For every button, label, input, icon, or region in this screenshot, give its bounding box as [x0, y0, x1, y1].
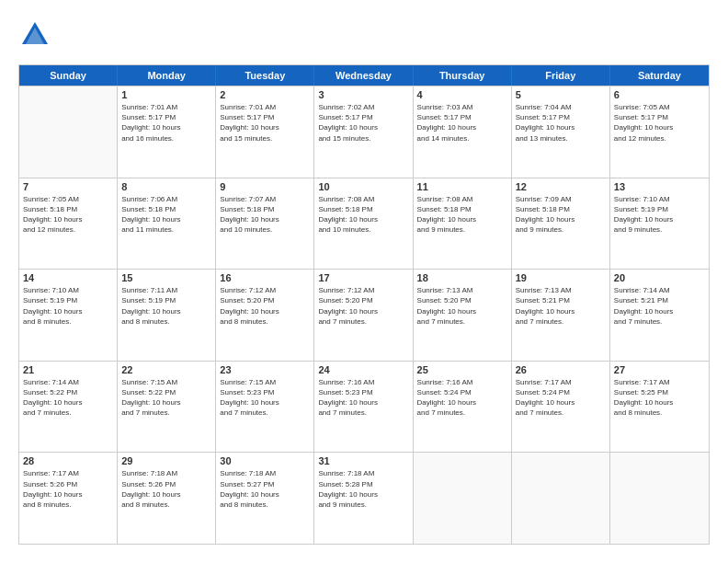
day-number: 2: [220, 89, 310, 100]
calendar-row-4: 28Sunrise: 7:17 AM Sunset: 5:26 PM Dayli…: [19, 452, 709, 544]
cell-info: Sunrise: 7:02 AM Sunset: 5:17 PM Dayligh…: [318, 102, 408, 144]
day-number: 15: [121, 272, 211, 283]
day-number: 31: [318, 455, 408, 466]
calendar-row-3: 21Sunrise: 7:14 AM Sunset: 5:22 PM Dayli…: [19, 361, 709, 453]
calendar-cell-day-7: 7Sunrise: 7:05 AM Sunset: 5:18 PM Daylig…: [19, 178, 118, 270]
calendar-header: SundayMondayTuesdayWednesdayThursdayFrid…: [19, 65, 709, 86]
day-number: 3: [318, 89, 408, 100]
day-number: 24: [318, 364, 408, 375]
page: SundayMondayTuesdayWednesdayThursdayFrid…: [0, 0, 728, 563]
calendar-cell-day-20: 20Sunrise: 7:14 AM Sunset: 5:21 PM Dayli…: [610, 270, 709, 361]
cell-info: Sunrise: 7:18 AM Sunset: 5:26 PM Dayligh…: [121, 468, 211, 510]
day-number: 29: [121, 455, 211, 466]
header-day-saturday: Saturday: [610, 65, 709, 86]
day-number: 11: [417, 181, 507, 192]
calendar-cell-day-1: 1Sunrise: 7:01 AM Sunset: 5:17 PM Daylig…: [118, 86, 216, 178]
cell-info: Sunrise: 7:06 AM Sunset: 5:18 PM Dayligh…: [121, 194, 211, 236]
cell-info: Sunrise: 7:13 AM Sunset: 5:21 PM Dayligh…: [516, 285, 606, 327]
day-number: 17: [318, 272, 408, 283]
calendar-cell-day-8: 8Sunrise: 7:06 AM Sunset: 5:18 PM Daylig…: [118, 178, 216, 270]
day-number: 23: [220, 364, 310, 375]
calendar-cell-day-14: 14Sunrise: 7:10 AM Sunset: 5:19 PM Dayli…: [19, 270, 118, 361]
day-number: 13: [614, 181, 705, 192]
day-number: 12: [516, 181, 606, 192]
calendar-cell-day-26: 26Sunrise: 7:17 AM Sunset: 5:24 PM Dayli…: [512, 362, 610, 453]
day-number: 7: [23, 181, 113, 192]
header-day-sunday: Sunday: [19, 65, 118, 86]
logo-icon: [18, 18, 51, 52]
calendar-cell-day-27: 27Sunrise: 7:17 AM Sunset: 5:25 PM Dayli…: [610, 362, 709, 453]
calendar-cell-day-3: 3Sunrise: 7:02 AM Sunset: 5:17 PM Daylig…: [314, 86, 413, 178]
calendar-cell-day-21: 21Sunrise: 7:14 AM Sunset: 5:22 PM Dayli…: [19, 362, 118, 453]
calendar-cell-day-9: 9Sunrise: 7:07 AM Sunset: 5:18 PM Daylig…: [216, 178, 314, 270]
cell-info: Sunrise: 7:04 AM Sunset: 5:17 PM Dayligh…: [516, 102, 606, 144]
calendar-cell-empty-0-0: [19, 86, 118, 178]
calendar-cell-day-22: 22Sunrise: 7:15 AM Sunset: 5:22 PM Dayli…: [118, 362, 216, 453]
cell-info: Sunrise: 7:10 AM Sunset: 5:19 PM Dayligh…: [614, 194, 705, 236]
calendar-cell-day-4: 4Sunrise: 7:03 AM Sunset: 5:17 PM Daylig…: [414, 86, 512, 178]
calendar-cell-empty-4-5: [512, 453, 610, 544]
calendar-cell-day-25: 25Sunrise: 7:16 AM Sunset: 5:24 PM Dayli…: [414, 362, 512, 453]
day-number: 10: [318, 181, 408, 192]
day-number: 25: [417, 364, 507, 375]
calendar-cell-day-2: 2Sunrise: 7:01 AM Sunset: 5:17 PM Daylig…: [216, 86, 314, 178]
calendar-cell-empty-4-4: [414, 453, 512, 544]
cell-info: Sunrise: 7:01 AM Sunset: 5:17 PM Dayligh…: [220, 102, 310, 144]
cell-info: Sunrise: 7:07 AM Sunset: 5:18 PM Dayligh…: [220, 194, 310, 236]
calendar-body: 1Sunrise: 7:01 AM Sunset: 5:17 PM Daylig…: [19, 86, 709, 544]
cell-info: Sunrise: 7:12 AM Sunset: 5:20 PM Dayligh…: [220, 285, 310, 327]
day-number: 21: [23, 364, 113, 375]
cell-info: Sunrise: 7:18 AM Sunset: 5:28 PM Dayligh…: [318, 468, 408, 510]
cell-info: Sunrise: 7:13 AM Sunset: 5:20 PM Dayligh…: [417, 285, 507, 327]
cell-info: Sunrise: 7:14 AM Sunset: 5:22 PM Dayligh…: [23, 377, 113, 419]
calendar-cell-day-31: 31Sunrise: 7:18 AM Sunset: 5:28 PM Dayli…: [314, 453, 413, 544]
cell-info: Sunrise: 7:17 AM Sunset: 5:24 PM Dayligh…: [516, 377, 606, 419]
calendar-cell-day-17: 17Sunrise: 7:12 AM Sunset: 5:20 PM Dayli…: [314, 270, 413, 361]
calendar-cell-day-24: 24Sunrise: 7:16 AM Sunset: 5:23 PM Dayli…: [314, 362, 413, 453]
header-day-friday: Friday: [512, 65, 610, 86]
day-number: 18: [417, 272, 507, 283]
cell-info: Sunrise: 7:12 AM Sunset: 5:20 PM Dayligh…: [318, 285, 408, 327]
calendar-cell-day-30: 30Sunrise: 7:18 AM Sunset: 5:27 PM Dayli…: [216, 453, 314, 544]
day-number: 19: [516, 272, 606, 283]
day-number: 22: [121, 364, 211, 375]
day-number: 26: [516, 364, 606, 375]
calendar-cell-day-23: 23Sunrise: 7:15 AM Sunset: 5:23 PM Dayli…: [216, 362, 314, 453]
cell-info: Sunrise: 7:05 AM Sunset: 5:17 PM Dayligh…: [614, 102, 705, 144]
cell-info: Sunrise: 7:08 AM Sunset: 5:18 PM Dayligh…: [417, 194, 507, 236]
calendar-cell-day-19: 19Sunrise: 7:13 AM Sunset: 5:21 PM Dayli…: [512, 270, 610, 361]
cell-info: Sunrise: 7:08 AM Sunset: 5:18 PM Dayligh…: [318, 194, 408, 236]
cell-info: Sunrise: 7:15 AM Sunset: 5:23 PM Dayligh…: [220, 377, 310, 419]
day-number: 14: [23, 272, 113, 283]
cell-info: Sunrise: 7:14 AM Sunset: 5:21 PM Dayligh…: [614, 285, 705, 327]
calendar-cell-day-5: 5Sunrise: 7:04 AM Sunset: 5:17 PM Daylig…: [512, 86, 610, 178]
calendar-cell-day-29: 29Sunrise: 7:18 AM Sunset: 5:26 PM Dayli…: [118, 453, 216, 544]
calendar-cell-day-6: 6Sunrise: 7:05 AM Sunset: 5:17 PM Daylig…: [610, 86, 709, 178]
day-number: 9: [220, 181, 310, 192]
calendar-cell-day-12: 12Sunrise: 7:09 AM Sunset: 5:18 PM Dayli…: [512, 178, 610, 270]
cell-info: Sunrise: 7:09 AM Sunset: 5:18 PM Dayligh…: [516, 194, 606, 236]
calendar-cell-day-15: 15Sunrise: 7:11 AM Sunset: 5:19 PM Dayli…: [118, 270, 216, 361]
calendar-row-2: 14Sunrise: 7:10 AM Sunset: 5:19 PM Dayli…: [19, 269, 709, 361]
day-number: 4: [417, 89, 507, 100]
calendar: SundayMondayTuesdayWednesdayThursdayFrid…: [18, 64, 710, 545]
day-number: 20: [614, 272, 705, 283]
header: [18, 18, 710, 55]
cell-info: Sunrise: 7:17 AM Sunset: 5:26 PM Dayligh…: [23, 468, 113, 510]
day-number: 1: [121, 89, 211, 100]
calendar-row-0: 1Sunrise: 7:01 AM Sunset: 5:17 PM Daylig…: [19, 86, 709, 178]
cell-info: Sunrise: 7:16 AM Sunset: 5:24 PM Dayligh…: [417, 377, 507, 419]
cell-info: Sunrise: 7:01 AM Sunset: 5:17 PM Dayligh…: [121, 102, 211, 144]
calendar-cell-day-10: 10Sunrise: 7:08 AM Sunset: 5:18 PM Dayli…: [314, 178, 413, 270]
cell-info: Sunrise: 7:03 AM Sunset: 5:17 PM Dayligh…: [417, 102, 507, 144]
calendar-row-1: 7Sunrise: 7:05 AM Sunset: 5:18 PM Daylig…: [19, 178, 709, 270]
day-number: 6: [614, 89, 705, 100]
calendar-cell-day-16: 16Sunrise: 7:12 AM Sunset: 5:20 PM Dayli…: [216, 270, 314, 361]
header-day-monday: Monday: [118, 65, 216, 86]
cell-info: Sunrise: 7:10 AM Sunset: 5:19 PM Dayligh…: [23, 285, 113, 327]
cell-info: Sunrise: 7:15 AM Sunset: 5:22 PM Dayligh…: [121, 377, 211, 419]
header-day-thursday: Thursday: [414, 65, 512, 86]
cell-info: Sunrise: 7:18 AM Sunset: 5:27 PM Dayligh…: [220, 468, 310, 510]
calendar-cell-day-13: 13Sunrise: 7:10 AM Sunset: 5:19 PM Dayli…: [610, 178, 709, 270]
day-number: 27: [614, 364, 705, 375]
